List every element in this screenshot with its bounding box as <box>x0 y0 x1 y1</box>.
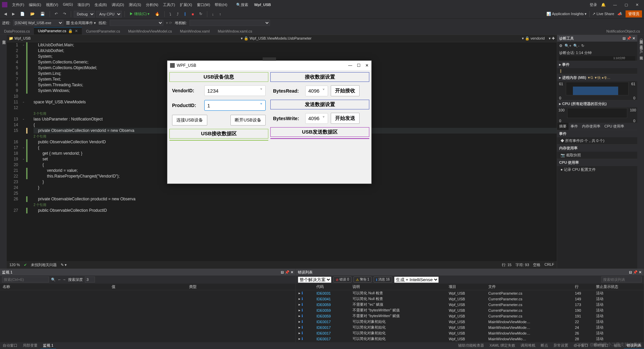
file-tab[interactable]: MainWindow.xaml.cs <box>214 28 256 35</box>
indent-mode[interactable]: 空格 <box>533 262 540 267</box>
open-icon[interactable]: 📂 <box>28 11 37 17</box>
nav-fwd-icon[interactable]: ▶ <box>10 11 17 17</box>
stackframe-select[interactable] <box>190 20 270 26</box>
split-icon[interactable]: ▾ ✚ <box>549 36 555 41</box>
watch-table[interactable]: 名称值类型 <box>0 284 296 290</box>
error-row[interactable]: ▸ ℹIDE0017可以简化对象初始化Wpf_USBMainWindowView… <box>296 319 644 325</box>
wpf-maximize-icon[interactable]: ☐ <box>357 63 361 68</box>
file-tab[interactable]: MainWindowViewModel.cs <box>124 28 176 35</box>
zoom-level[interactable]: 120 % <box>9 263 20 267</box>
menu-item[interactable]: 编辑(E) <box>27 1 43 9</box>
menu-item[interactable]: 分析(N) <box>144 1 160 9</box>
save-all-icon[interactable]: 💾 <box>38 11 47 17</box>
config-select[interactable]: Debug <box>74 11 95 17</box>
record-cpu-button[interactable]: ● 记录 CPU 配置文件 <box>557 166 637 173</box>
diag-tab[interactable]: 事件 <box>569 123 580 130</box>
left-rail[interactable]: 数据源 工具箱 <box>0 35 7 268</box>
error-row[interactable]: ▸ ℹIDE0017可以简化对象初始化Wpf_USBMainWindowView… <box>296 336 644 342</box>
diag-tab[interactable]: 内存使用率 <box>580 123 602 130</box>
error-row[interactable]: ▸ ℹIDE0031可以简化 Null 检查Wpf_USBCurrentPara… <box>296 290 644 296</box>
notifications-icon[interactable]: 🔔 <box>601 3 606 7</box>
snapshot-button[interactable]: 📷 截取快照 <box>557 152 637 159</box>
bottom-tab[interactable]: 局部变量 <box>20 342 40 349</box>
menu-item[interactable]: Git(G) <box>61 1 75 9</box>
file-tab[interactable]: DataProcess.cs <box>0 28 34 35</box>
error-row[interactable]: ▸ ℹIDE0059不需要对 "ec" 赋值Wpf_USBCurrentPara… <box>296 302 644 307</box>
line-ending[interactable]: CRLF <box>544 262 554 267</box>
debug-toolbar-icon[interactable] <box>263 57 276 61</box>
build-filter-select[interactable]: 生成 + IntelliSense <box>394 277 439 283</box>
stop-icon[interactable]: ■ <box>190 11 196 17</box>
file-tab[interactable]: CurrentParameter.cs <box>82 28 124 35</box>
hot-reload-icon[interactable]: 🔥 <box>153 11 162 17</box>
process-select[interactable]: [19248] Wpf_USB.exe <box>13 20 63 26</box>
step-into-icon[interactable]: ↓ <box>210 11 216 17</box>
gear-icon[interactable]: ⚙ <box>559 44 562 48</box>
byteswrite-combo[interactable]: 4096˅ <box>305 113 328 124</box>
lifecycle-events[interactable]: ☰ 生命周期事件 ▾ <box>66 20 96 26</box>
bottom-tab[interactable]: 断点 <box>538 342 551 349</box>
menu-item[interactable]: 帮助(H) <box>213 1 229 9</box>
bottom-tab[interactable]: 调用堆栈 <box>518 342 538 349</box>
start-send-button[interactable]: 开始发送 <box>331 113 360 124</box>
app-insights[interactable]: 📊 Application Insights ▾ <box>546 12 587 16</box>
right-rail[interactable]: 解决方案资源管理器 Git更改 属性 XAML实时预览 <box>637 35 644 268</box>
error-list-table[interactable]: 代码说明项目文件行禁止显示状态 ▸ ℹIDE0031可以简化 Null 检查Wp… <box>296 284 644 342</box>
error-row[interactable]: ▸ ℹIDE0041可以简化 Null 检查Wpf_USBCurrentPara… <box>296 296 644 302</box>
vendorid-combo[interactable]: 1234˅ <box>204 85 266 96</box>
recv-data-box[interactable] <box>169 140 268 141</box>
wpf-close-icon[interactable]: ✕ <box>365 63 369 68</box>
errors-filter[interactable]: ⊘错误 0 <box>333 277 351 283</box>
admin-badge[interactable]: 管理员 <box>626 10 642 17</box>
file-tab[interactable]: MainWindow.xaml <box>176 28 214 35</box>
bottom-tab[interactable]: 监视 1 <box>40 342 56 349</box>
nav-back-icon[interactable]: ◀ <box>2 11 9 17</box>
errlist-search-input[interactable] <box>601 277 642 283</box>
error-row[interactable]: ▸ ℹIDE0059不需要对 "bytesWritten" 赋值Wpf_USBC… <box>296 307 644 313</box>
disconnect-usb-button[interactable]: 断开USB设备 <box>230 115 266 126</box>
menu-item[interactable]: 测试(S) <box>127 1 143 9</box>
zoom-out-icon[interactable]: 🔍- <box>573 44 579 48</box>
error-row[interactable]: ▸ ℹIDE0017可以简化对象初始化Wpf_USBMainWindowView… <box>296 330 644 336</box>
bytesread-combo[interactable]: 4096˅ <box>305 86 328 96</box>
nav-class[interactable]: ▾ 🔒 Wpf_USB.ViewModels.UsbParameter <box>35 36 518 41</box>
feedback-icon[interactable]: 📣 <box>615 11 624 17</box>
timeline-ruler[interactable]: 1:10分钟 <box>559 56 635 61</box>
diag-tab[interactable]: 摘要 <box>557 123 569 130</box>
file-tab[interactable]: UsbParameter.cs🔒✕ <box>34 27 82 35</box>
bottom-tab[interactable]: 自动窗口 <box>0 342 20 349</box>
menu-item[interactable]: 生成(B) <box>93 1 109 9</box>
messages-filter[interactable]: ℹ消息 16 <box>374 277 392 283</box>
reset-icon[interactable]: ↻ <box>581 44 584 48</box>
continue-button[interactable]: ▶ 继续(C) ▾ <box>127 11 152 17</box>
error-row[interactable]: ▸ ℹIDE0017可以简化对象初始化Wpf_USBMainWindowView… <box>296 325 644 330</box>
send-data-box[interactable] <box>270 138 369 139</box>
warnings-filter[interactable]: ⚠警告 1 <box>354 277 372 283</box>
pause-icon[interactable]: ∥ <box>182 11 188 17</box>
pin-icon[interactable]: ⊟ 📌 <box>623 36 631 40</box>
start-recv-button[interactable]: 开始接收 <box>331 85 360 96</box>
bottom-tab[interactable]: 异常设置 <box>551 342 571 349</box>
nav-project[interactable]: 📁 Wpf_USB <box>9 36 31 41</box>
nav-member[interactable]: ▾ 🔒 vendorid <box>522 36 545 41</box>
new-file-icon[interactable]: 📄 <box>18 11 27 17</box>
search-icon[interactable]: 🔍 <box>236 3 241 7</box>
diag-tab[interactable]: CPU 使用率 <box>602 123 626 130</box>
search-label[interactable]: 搜索 <box>241 2 248 7</box>
step-icon[interactable]: ⤵ <box>167 11 173 17</box>
diag-events-item[interactable]: ◆ 所有事件(0 个，共 0 个) <box>557 137 637 144</box>
wpf-app-window[interactable]: WPF_USB — ☐ ✕ USB设备信息 VendorID: 1234˅ Pr… <box>167 60 372 184</box>
redo-icon[interactable]: ↷ <box>61 11 68 17</box>
connect-usb-button[interactable]: 连接USB设备 <box>172 115 207 126</box>
menu-item[interactable]: 视图(V) <box>44 1 60 9</box>
cpu-chart[interactable] <box>567 108 627 118</box>
minimize-icon[interactable]: — <box>610 3 620 7</box>
thread-select[interactable] <box>110 20 163 26</box>
productid-combo[interactable]: 1˅ <box>204 100 266 111</box>
memory-chart[interactable] <box>566 82 629 95</box>
bottom-tab[interactable]: XAML 绑定失败 <box>487 342 518 349</box>
menu-item[interactable]: 调试(D) <box>110 1 126 9</box>
menu-item[interactable]: 项目(P) <box>75 1 92 9</box>
step-out-icon[interactable]: ↑ <box>217 11 223 17</box>
watch-search-input[interactable] <box>2 277 49 283</box>
